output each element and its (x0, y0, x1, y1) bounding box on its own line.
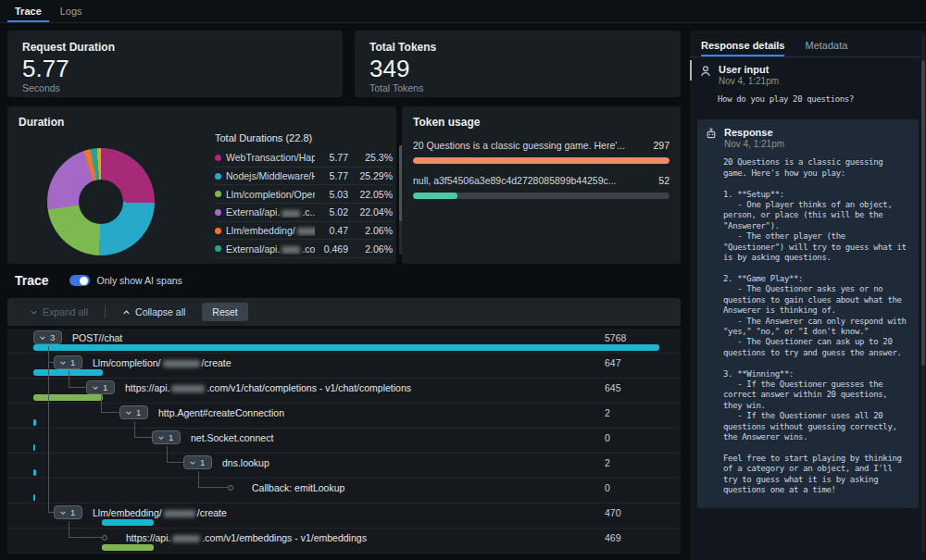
token-usage-row: null, a3f54506a3e89c4d2728085899b44259c.… (413, 175, 669, 199)
legend-value: 5.77 (315, 170, 348, 181)
legend-value: 0.47 (315, 225, 348, 236)
response-text: 20 Questions is a classic guessing game.… (723, 157, 911, 495)
tree-connector-line (48, 346, 54, 513)
tab-trace[interactable]: Trace (6, 0, 51, 22)
user-input-text: How do you play 20 questions? (718, 94, 917, 105)
span-name: Callback: emitLookup (252, 482, 344, 493)
legend-row[interactable]: Nodejs/Middleware/H...5.7725.29% (215, 168, 393, 186)
legend-percent: 25.29% (348, 170, 393, 181)
legend-color-dot (215, 228, 221, 234)
span-collapse-badge[interactable]: 1 (119, 405, 148, 419)
redacted-text (172, 535, 200, 542)
user-icon (699, 65, 712, 78)
top-tab-bar: Trace Logs (0, 0, 926, 23)
trace-span-row[interactable]: 1dns.lookup2 (7, 454, 681, 479)
chevron-down-icon (59, 509, 67, 516)
span-child-count: 3 (50, 332, 55, 342)
legend-label: Llm/completion/Open... (226, 189, 315, 200)
span-collapse-badge[interactable]: 1 (54, 355, 82, 369)
legend-row[interactable]: WebTransaction/Hapi/...5.7725.3% (215, 149, 393, 168)
expand-all-button[interactable]: Expand all (30, 306, 88, 317)
user-input-title: User input (719, 64, 779, 75)
redacted-text (164, 510, 195, 517)
span-collapse-badge[interactable]: 1 (152, 430, 181, 444)
duration-donut-chart (47, 148, 155, 255)
ai-spans-toggle[interactable] (69, 275, 90, 286)
legend-value: 5.03 (315, 189, 348, 200)
span-child-count: 1 (169, 432, 173, 442)
trace-span-row[interactable]: Callback: emitLookup0 (7, 479, 681, 504)
token-bar-track (413, 157, 669, 164)
span-collapse-badge[interactable]: 1 (86, 380, 115, 394)
trace-header: Trace Only show AI spans (15, 273, 182, 288)
trace-span-row[interactable]: 1net.Socket.connect0 (7, 429, 681, 454)
legend-row[interactable]: Llm/completion/Open...5.0322.05% (215, 185, 393, 204)
span-collapse-badge[interactable]: 3 (33, 330, 62, 344)
legend-value: 5.77 (315, 152, 348, 163)
duration-panel: Duration Total Durations (22.8) WebTrans… (7, 106, 396, 264)
trace-span-row[interactable]: 1Llm/embedding//create470 (7, 504, 681, 529)
legend-label: External/api..c... (226, 206, 315, 218)
span-child-count: 1 (70, 357, 75, 367)
reset-button[interactable]: Reset (202, 303, 247, 321)
span-name: Llm/completion//create (93, 357, 232, 368)
redacted-text (282, 210, 300, 218)
span-duration-value: 647 (605, 357, 621, 368)
span-duration-value: 0 (605, 432, 610, 443)
span-duration-value: 469 (605, 532, 621, 543)
trace-span-row[interactable]: 3POST//chat5768 (7, 329, 681, 354)
span-name: https://api..com/v1/embeddings - v1/embe… (126, 532, 367, 543)
tab-logs[interactable]: Logs (51, 0, 92, 22)
panel-scrollbar-thumb[interactable] (921, 60, 925, 366)
span-leaf-icon (102, 535, 107, 541)
collapse-all-button[interactable]: Collapse all (122, 306, 185, 317)
token-usage-row: 20 Questions is a classic guessing game.… (413, 140, 669, 164)
token-usage-title: Token usage (413, 116, 669, 129)
span-waterfall-bar (33, 444, 35, 451)
duration-title: Duration (19, 116, 385, 129)
tab-response-details[interactable]: Response details (701, 40, 784, 56)
legend-label: External/api..co... (226, 243, 315, 255)
span-collapse-badge[interactable]: 1 (183, 455, 212, 469)
legend-percent: 2.06% (348, 225, 393, 236)
legend-value: 5.02 (315, 206, 348, 218)
total-tokens-card: Total Tokens 349 Total Tokens (355, 31, 681, 97)
span-waterfall-bar (33, 419, 36, 426)
panel-scrollbar[interactable] (921, 34, 925, 553)
span-duration-value: 2 (605, 457, 610, 468)
legend-percent: 2.06% (348, 243, 393, 255)
trace-waterfall: Expand all Collapse all Reset 3POST//cha… (7, 298, 681, 554)
response-section: Response Nov 4, 1:21pm 20 Questions is a… (697, 119, 919, 508)
request-duration-value: 5.77 (22, 55, 328, 82)
span-duration-value: 2 (605, 407, 610, 418)
span-name: net.Socket.connect (191, 432, 273, 443)
user-input-section: User input Nov 4, 1:21pm How do you play… (690, 57, 926, 114)
span-waterfall-bar (102, 519, 154, 526)
span-duration-value: 5768 (605, 332, 626, 343)
donut-hole (79, 180, 123, 224)
toolbar-divider (105, 305, 106, 318)
robot-icon (705, 128, 718, 141)
span-duration-value: 470 (605, 507, 621, 518)
redacted-text (297, 228, 315, 235)
span-name: dns.lookup (222, 457, 269, 468)
span-child-count: 1 (136, 407, 141, 417)
legend-row[interactable]: Llm/embedding/...0.472.06% (215, 222, 393, 241)
chevron-down-icon (125, 409, 132, 417)
legend-row[interactable]: External/api..co...0.4692.06% (215, 240, 393, 258)
trace-span-row[interactable]: 1Llm/completion//create647 (7, 354, 681, 379)
expand-all-label: Expand all (43, 306, 88, 317)
user-input-timestamp: Nov 4, 1:21pm (719, 76, 779, 86)
legend-row[interactable]: External/api..c...5.0222.04% (215, 204, 393, 222)
trace-title: Trace (15, 273, 49, 288)
tab-metadata[interactable]: Metadata (805, 40, 847, 56)
span-waterfall-bar (33, 469, 36, 476)
trace-span-row[interactable]: https://api..com/v1/embeddings - v1/embe… (7, 529, 681, 554)
token-bar-fill (413, 193, 457, 199)
legend-color-dot (215, 245, 221, 252)
span-name: Llm/embedding//create (93, 507, 227, 518)
legend-color-dot (215, 155, 221, 161)
legend-label: WebTransaction/Hapi/... (226, 152, 315, 163)
span-collapse-badge[interactable]: 1 (54, 505, 82, 519)
redacted-text (282, 246, 300, 254)
